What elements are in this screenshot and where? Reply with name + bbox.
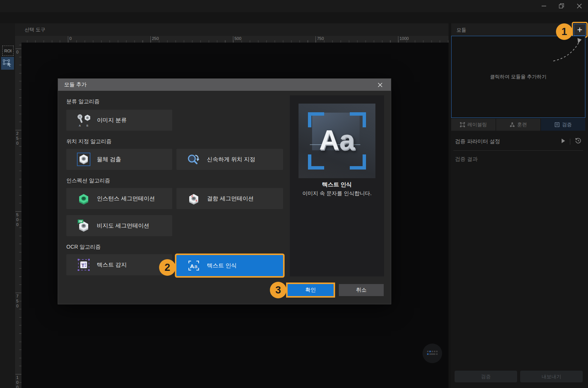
tab-label: 레이블링 xyxy=(467,121,487,128)
bracket-top-left xyxy=(308,112,324,127)
close-button[interactable] xyxy=(570,0,588,12)
close-icon xyxy=(378,83,382,87)
section-label-ocr: OCR 알고리즘 xyxy=(66,244,101,251)
selection-tool-button[interactable] xyxy=(1,57,14,70)
ruler-corner xyxy=(15,36,21,43)
svg-text:T: T xyxy=(81,263,84,268)
restore-button[interactable] xyxy=(553,0,570,12)
algo-unsupervised-segmentation-button[interactable]: OK 비지도 세그먼테이션 xyxy=(66,215,172,236)
preview-title: 텍스트 인식 xyxy=(290,181,384,188)
minimize-icon xyxy=(542,4,546,8)
history-icon xyxy=(575,137,582,144)
algo-fast-positioning-button[interactable]: 신속하게 위치 지정 xyxy=(176,149,283,170)
add-module-button[interactable]: + xyxy=(574,24,586,36)
algo-label: 물체 검출 xyxy=(97,156,121,163)
dialog-close-button[interactable] xyxy=(375,80,385,90)
app-window: 선택 도구 0 250 500 750 1000 0 250 500 750 1… xyxy=(0,0,588,388)
vertical-ruler: 0 250 500 750 1000 xyxy=(15,43,21,388)
step-1-badge: 1 xyxy=(556,23,573,40)
unsupervised-segmentation-icon: OK xyxy=(76,219,91,232)
ruler-label: 0 xyxy=(16,50,20,55)
keyboard-icon xyxy=(426,350,438,357)
restore-icon xyxy=(559,3,564,9)
ruler-label: 1000 xyxy=(16,375,20,388)
export-button[interactable]: 내보내기 xyxy=(520,371,583,382)
labeling-icon xyxy=(460,122,465,127)
ruler-label: 250 xyxy=(152,36,159,41)
svg-text:OK: OK xyxy=(79,220,83,223)
ruler-label: 500 xyxy=(234,36,241,41)
image-classification-icon: A B xyxy=(76,113,91,128)
roi-tool-button[interactable]: ROI xyxy=(2,46,14,56)
history-button[interactable] xyxy=(575,137,582,146)
ruler-label: 500 xyxy=(16,212,20,227)
svg-text:A: A xyxy=(190,263,194,269)
play-expand-icon xyxy=(561,138,565,144)
algo-label: 이미지 분류 xyxy=(97,117,127,124)
text-recognition-icon: A a xyxy=(186,259,201,272)
algo-image-classification-button[interactable]: A B 이미지 분류 xyxy=(66,110,172,131)
algo-label: 결함 세그먼테이션 xyxy=(207,195,254,202)
algo-label: 비지도 세그먼테이션 xyxy=(97,222,149,229)
algo-label: 신속하게 위치 지정 xyxy=(207,156,255,163)
dialog-titlebar: 모듈 추가 xyxy=(58,79,391,91)
object-detection-icon xyxy=(76,153,91,166)
ok-button[interactable]: 확인 xyxy=(288,284,334,296)
svg-text:B: B xyxy=(86,124,88,127)
panel-buttons: 검증 내보내기 xyxy=(455,371,583,382)
validate-button[interactable]: 검증 xyxy=(455,371,517,382)
training-icon xyxy=(510,122,515,127)
tab-label: 검증 xyxy=(562,121,572,128)
validation-settings-row[interactable]: 검증 파라미터 설정 xyxy=(451,135,585,148)
text-detection-icon: T xyxy=(76,258,91,271)
section-label-inspection: 인스펙션 알고리즘 xyxy=(66,177,110,184)
algo-defect-segmentation-button[interactable]: 결함 세그먼테이션 xyxy=(176,188,283,209)
tab-validation[interactable]: 검증 xyxy=(541,119,585,131)
cancel-button[interactable]: 취소 xyxy=(339,284,384,296)
algo-label: 텍스트 감지 xyxy=(97,261,127,269)
tab-training[interactable]: 훈련 xyxy=(496,119,541,131)
algo-text-recognition-button[interactable]: A a 텍스트 인식 xyxy=(176,255,283,276)
selection-tool-icon xyxy=(3,60,12,67)
divider xyxy=(453,150,583,151)
ruler-label: 0 xyxy=(69,36,72,41)
ruler-label: 750 xyxy=(317,36,324,41)
tab-labeling[interactable]: 레이블링 xyxy=(451,119,496,131)
bracket-top-right xyxy=(350,112,366,127)
algo-label: 인스턴스 세그먼테이션 xyxy=(97,195,155,202)
algo-text-detection-button[interactable]: T 텍스트 감지 xyxy=(66,254,172,275)
validation-icon xyxy=(554,122,560,127)
module-preview-panel: Aa 텍스트 인식 이미지 속 문자를 인식합니다. xyxy=(290,95,384,276)
preview-description: 이미지 속 문자를 인식합니다. xyxy=(290,190,384,197)
dialog-title: 모듈 추가 xyxy=(64,81,87,88)
virtual-keyboard-button[interactable] xyxy=(423,344,442,363)
ruler-label: 250 xyxy=(16,131,20,146)
algo-object-detection-button[interactable]: 물체 검출 xyxy=(66,149,172,170)
expand-button[interactable] xyxy=(561,138,565,145)
roi-tool-label: ROI xyxy=(4,49,12,53)
defect-segmentation-icon xyxy=(186,192,201,205)
tab-label: 훈련 xyxy=(517,121,527,128)
bracket-bottom-left xyxy=(308,154,324,170)
toolbar-corner xyxy=(0,23,15,36)
step-2-badge: 2 xyxy=(159,259,176,276)
ruler-label: 750 xyxy=(16,294,20,309)
algo-instance-segmentation-button[interactable]: 인스턴스 세그먼테이션 xyxy=(66,188,172,209)
validation-settings-label: 검증 파라미터 설정 xyxy=(455,138,500,145)
section-label-positioning: 위치 지정 알고리즘 xyxy=(66,138,112,145)
minimize-button[interactable] xyxy=(535,0,553,12)
algo-label: 텍스트 인식 xyxy=(207,262,237,269)
module-empty-hint: 클릭하여 모듈을 추가하기 xyxy=(490,73,547,80)
ruler-label: 1000 xyxy=(400,36,409,41)
selection-tool-label: 선택 도구 xyxy=(24,26,46,33)
section-label-classification: 분류 알고리즘 xyxy=(66,98,100,105)
step-3-badge: 3 xyxy=(270,282,286,298)
module-panel-title: 모듈 xyxy=(456,27,466,34)
bracket-bottom-right xyxy=(350,154,366,170)
menu-strip xyxy=(0,12,588,23)
svg-text:A: A xyxy=(79,124,81,127)
validation-result-label: 검증 결과 xyxy=(455,156,478,163)
fast-positioning-icon xyxy=(186,153,201,165)
workflow-tabs: 레이블링 훈련 검증 xyxy=(451,119,585,131)
left-tool-column: ROI xyxy=(0,36,15,388)
